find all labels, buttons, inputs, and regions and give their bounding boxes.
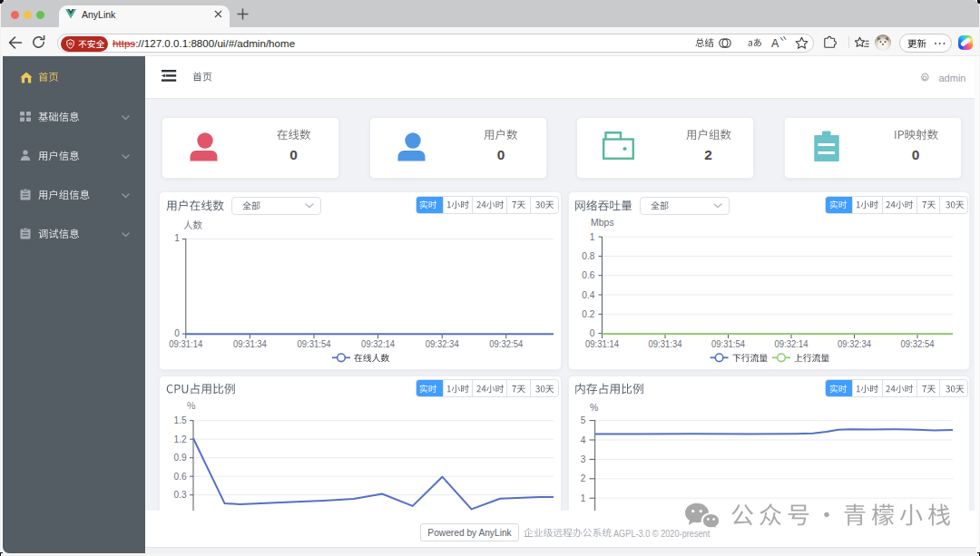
svg-text:1: 1 xyxy=(581,493,586,503)
svg-text:0.2: 0.2 xyxy=(582,309,594,319)
svg-text:09:31:14: 09:31:14 xyxy=(169,338,202,349)
svg-text:09:31:14: 09:31:14 xyxy=(585,338,619,349)
svg-text:1.5: 1.5 xyxy=(174,415,187,425)
svg-text:09:32:54: 09:32:54 xyxy=(901,338,935,349)
svg-text:2: 2 xyxy=(581,473,586,483)
svg-text:0: 0 xyxy=(174,328,180,338)
svg-text:0.3: 0.3 xyxy=(174,490,187,500)
svg-text:09:32:34: 09:32:34 xyxy=(426,338,459,349)
svg-text:0: 0 xyxy=(590,328,595,338)
svg-text:1.2: 1.2 xyxy=(174,434,187,444)
svg-text:09:32:34: 09:32:34 xyxy=(838,338,871,349)
svg-text:09:31:54: 09:31:54 xyxy=(711,338,745,349)
svg-text:09:32:14: 09:32:14 xyxy=(775,338,808,349)
svg-text:5: 5 xyxy=(581,415,586,425)
svg-text:09:31:54: 09:31:54 xyxy=(298,338,331,349)
svg-text:09:31:34: 09:31:34 xyxy=(649,338,682,349)
svg-text:09:32:54: 09:32:54 xyxy=(489,338,523,349)
svg-text:1: 1 xyxy=(174,233,180,243)
svg-text:3: 3 xyxy=(581,454,586,464)
svg-text:0.4: 0.4 xyxy=(582,290,594,300)
svg-text:09:31:34: 09:31:34 xyxy=(233,338,267,349)
svg-text:0.8: 0.8 xyxy=(582,251,594,261)
svg-text:0.6: 0.6 xyxy=(582,270,594,280)
svg-text:0.9: 0.9 xyxy=(174,453,187,463)
svg-text:4: 4 xyxy=(581,435,586,445)
svg-text:09:32:14: 09:32:14 xyxy=(361,338,395,349)
svg-text:A: A xyxy=(771,37,779,50)
svg-text:1: 1 xyxy=(590,232,595,242)
svg-text:0.6: 0.6 xyxy=(174,472,187,482)
